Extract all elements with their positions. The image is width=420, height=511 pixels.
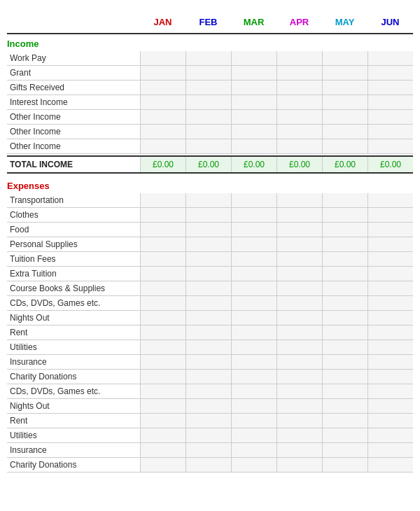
expense-cell[interactable]	[276, 237, 322, 251]
expense-cell[interactable]	[140, 237, 186, 251]
income-cell[interactable]	[368, 95, 413, 109]
expense-cell[interactable]	[368, 281, 413, 295]
expense-cell[interactable]	[368, 208, 413, 222]
expense-cell[interactable]	[276, 355, 322, 369]
expense-cell[interactable]	[186, 208, 231, 222]
income-cell[interactable]	[276, 95, 322, 109]
income-cell[interactable]	[186, 51, 231, 65]
expense-cell[interactable]	[231, 252, 276, 266]
expense-cell[interactable]	[140, 326, 186, 340]
expense-cell[interactable]	[276, 458, 322, 472]
expense-cell[interactable]	[231, 296, 276, 310]
income-cell[interactable]	[368, 110, 413, 124]
expense-cell[interactable]	[186, 428, 231, 442]
expense-cell[interactable]	[368, 223, 413, 237]
expense-cell[interactable]	[231, 223, 276, 237]
income-cell[interactable]	[186, 95, 231, 109]
expense-cell[interactable]	[186, 370, 231, 384]
expense-cell[interactable]	[140, 252, 186, 266]
expense-cell[interactable]	[322, 428, 368, 442]
income-cell[interactable]	[231, 51, 276, 65]
expense-cell[interactable]	[322, 340, 368, 354]
expense-cell[interactable]	[231, 267, 276, 281]
income-cell[interactable]	[322, 95, 368, 109]
expense-cell[interactable]	[368, 237, 413, 251]
expense-cell[interactable]	[186, 355, 231, 369]
expense-cell[interactable]	[276, 399, 322, 413]
expense-cell[interactable]	[368, 252, 413, 266]
expense-cell[interactable]	[186, 414, 231, 428]
income-cell[interactable]	[368, 51, 413, 65]
expense-cell[interactable]	[276, 326, 322, 340]
expense-cell[interactable]	[322, 252, 368, 266]
expense-cell[interactable]	[276, 267, 322, 281]
expense-cell[interactable]	[231, 458, 276, 472]
expense-cell[interactable]	[186, 267, 231, 281]
expense-cell[interactable]	[276, 340, 322, 354]
expense-cell[interactable]	[276, 281, 322, 295]
income-cell[interactable]	[368, 66, 413, 80]
expense-cell[interactable]	[140, 267, 186, 281]
expense-cell[interactable]	[276, 252, 322, 266]
expense-cell[interactable]	[231, 311, 276, 325]
income-cell[interactable]	[231, 110, 276, 124]
expense-cell[interactable]	[322, 311, 368, 325]
income-cell[interactable]	[368, 139, 413, 153]
expense-cell[interactable]	[368, 267, 413, 281]
expense-cell[interactable]	[322, 443, 368, 457]
expense-cell[interactable]	[186, 237, 231, 251]
expense-cell[interactable]	[322, 414, 368, 428]
income-cell[interactable]	[231, 139, 276, 153]
expense-cell[interactable]	[322, 384, 368, 398]
expense-cell[interactable]	[140, 370, 186, 384]
expense-cell[interactable]	[140, 296, 186, 310]
income-cell[interactable]	[276, 110, 322, 124]
income-cell[interactable]	[140, 125, 186, 139]
expense-cell[interactable]	[276, 414, 322, 428]
expense-cell[interactable]	[322, 458, 368, 472]
income-cell[interactable]	[322, 51, 368, 65]
expense-cell[interactable]	[276, 443, 322, 457]
expense-cell[interactable]	[231, 370, 276, 384]
expense-cell[interactable]	[322, 208, 368, 222]
expense-cell[interactable]	[140, 281, 186, 295]
expense-cell[interactable]	[322, 296, 368, 310]
expense-cell[interactable]	[140, 428, 186, 442]
expense-cell[interactable]	[322, 326, 368, 340]
expense-cell[interactable]	[186, 326, 231, 340]
expense-cell[interactable]	[140, 193, 186, 207]
expense-cell[interactable]	[276, 208, 322, 222]
income-cell[interactable]	[368, 125, 413, 139]
income-cell[interactable]	[186, 80, 231, 94]
income-cell[interactable]	[322, 139, 368, 153]
expense-cell[interactable]	[231, 340, 276, 354]
income-cell[interactable]	[140, 66, 186, 80]
expense-cell[interactable]	[322, 281, 368, 295]
expense-cell[interactable]	[368, 340, 413, 354]
expense-cell[interactable]	[276, 296, 322, 310]
expense-cell[interactable]	[322, 223, 368, 237]
expense-cell[interactable]	[368, 428, 413, 442]
expense-cell[interactable]	[322, 193, 368, 207]
expense-cell[interactable]	[276, 370, 322, 384]
expense-cell[interactable]	[140, 208, 186, 222]
expense-cell[interactable]	[186, 296, 231, 310]
expense-cell[interactable]	[322, 237, 368, 251]
income-cell[interactable]	[140, 139, 186, 153]
expense-cell[interactable]	[276, 193, 322, 207]
expense-cell[interactable]	[140, 443, 186, 457]
expense-cell[interactable]	[322, 370, 368, 384]
expense-cell[interactable]	[140, 223, 186, 237]
income-cell[interactable]	[140, 95, 186, 109]
expense-cell[interactable]	[140, 384, 186, 398]
expense-cell[interactable]	[276, 311, 322, 325]
expense-cell[interactable]	[368, 311, 413, 325]
income-cell[interactable]	[276, 139, 322, 153]
expense-cell[interactable]	[368, 355, 413, 369]
expense-cell[interactable]	[231, 237, 276, 251]
income-cell[interactable]	[231, 66, 276, 80]
income-cell[interactable]	[276, 66, 322, 80]
income-cell[interactable]	[322, 125, 368, 139]
expense-cell[interactable]	[231, 355, 276, 369]
expense-cell[interactable]	[368, 193, 413, 207]
